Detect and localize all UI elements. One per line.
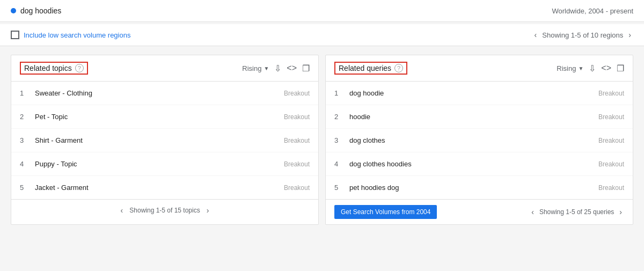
related-queries-rising-dropdown[interactable]: Rising ▼ [557,64,583,72]
row-number: 5 [20,184,31,192]
table-row: 3 dog clothes Breakout [326,129,633,152]
row-badge: Breakout [284,90,310,97]
row-number: 5 [334,184,345,192]
row-badge: Breakout [284,113,310,121]
row-number: 2 [334,113,345,121]
row-label: Pet - Topic [35,113,284,121]
row-number: 4 [20,160,31,168]
row-number: 2 [20,113,31,121]
regions-showing-text: Showing 1-5 of 10 regions [542,31,623,39]
related-queries-download-icon[interactable]: ⇩ [589,63,596,74]
related-topics-title-box: Related topics ? [20,62,88,75]
related-queries-embed-icon[interactable]: <> [601,63,611,73]
row-number: 3 [20,136,31,144]
row-number: 3 [334,136,345,144]
row-badge: Breakout [598,90,624,97]
related-topics-share-icon[interactable]: ❐ [302,63,310,74]
related-queries-panel: Related queries ? Rising ▼ ⇩ <> ❐ 1 dog … [325,55,633,225]
header-keyword: dog hoodies [20,6,61,15]
row-badge: Breakout [598,184,624,192]
table-row: 2 Pet - Topic Breakout [11,105,318,129]
row-label: pet hoodies dog [349,184,598,192]
low-volume-checkbox[interactable] [11,31,19,39]
row-number: 4 [334,160,345,168]
regions-next-arrow[interactable]: › [626,30,633,40]
queries-prev-arrow[interactable]: ‹ [529,207,536,217]
filter-bar: Include low search volume regions ‹ Show… [0,24,644,46]
table-row: 2 hoodie Breakout [326,105,633,129]
table-row: 1 dog hoodie Breakout [326,82,633,105]
row-number: 1 [20,89,31,97]
related-topics-rising-dropdown[interactable]: Rising ▼ [242,64,269,72]
row-label: hoodie [349,113,598,121]
related-topics-rows: 1 Sweater - Clothing Breakout 2 Pet - To… [11,82,318,199]
related-topics-panel: Related topics ? Rising ▼ ⇩ <> ❐ 1 Sweat… [11,55,319,225]
related-topics-footer: ‹ Showing 1-5 of 15 topics › [11,199,318,221]
low-volume-label: Include low search volume regions [24,31,130,39]
related-topics-title: Related topics [24,64,72,72]
related-topics-controls: Rising ▼ ⇩ <> ❐ [242,63,310,74]
row-label: Shirt - Garment [35,136,284,144]
table-row: 5 pet hoodies dog Breakout [326,176,633,199]
related-topics-header: Related topics ? Rising ▼ ⇩ <> ❐ [11,55,318,82]
related-queries-footer: Get Search Volumes from 2004 ‹ Showing 1… [326,199,633,224]
related-queries-share-icon[interactable]: ❐ [617,63,624,74]
row-label: Sweater - Clothing [35,89,284,97]
row-badge: Breakout [598,160,624,168]
table-row: 4 Puppy - Topic Breakout [11,152,318,176]
queries-dropdown-arrow: ▼ [578,65,583,71]
row-number: 1 [334,89,345,97]
table-row: 5 Jacket - Garment Breakout [11,176,318,199]
queries-rising-label: Rising [557,64,576,72]
row-badge: Breakout [284,184,310,192]
related-queries-controls: Rising ▼ ⇩ <> ❐ [557,63,624,74]
row-label: Jacket - Garment [35,184,284,192]
regions-prev-arrow[interactable]: ‹ [532,30,539,40]
row-label: dog clothes [349,136,598,144]
queries-footer-showing: ‹ Showing 1-5 of 25 queries › [529,207,624,217]
table-row: 1 Sweater - Clothing Breakout [11,82,318,105]
rising-dropdown-arrow: ▼ [264,65,269,71]
row-badge: Breakout [598,113,624,121]
related-topics-title-group: Related topics ? [20,62,88,75]
header-range: Worldwide, 2004 - present [552,7,633,15]
row-badge: Breakout [598,137,624,144]
blue-dot-icon [11,8,16,13]
low-volume-checkbox-label[interactable]: Include low search volume regions [11,31,130,39]
get-volumes-button[interactable]: Get Search Volumes from 2004 [334,205,437,219]
related-topics-embed-icon[interactable]: <> [287,63,297,73]
related-queries-help-icon[interactable]: ? [394,64,403,72]
header-left: dog hoodies [11,6,61,15]
table-row: 4 dog clothes hoodies Breakout [326,152,633,176]
row-label: dog hoodie [349,89,598,97]
row-badge: Breakout [284,160,310,168]
related-queries-title-box: Related queries ? [334,62,407,75]
related-topics-download-icon[interactable]: ⇩ [274,63,281,74]
related-queries-rows: 1 dog hoodie Breakout 2 hoodie Breakout … [326,82,633,199]
topics-prev-arrow[interactable]: ‹ [119,205,126,216]
rising-label: Rising [242,64,261,72]
related-topics-help-icon[interactable]: ? [75,64,84,72]
row-label: dog clothes hoodies [349,160,598,168]
related-queries-title-group: Related queries ? [334,62,407,75]
regions-pagination: ‹ Showing 1-5 of 10 regions › [532,30,633,40]
main-content: Related topics ? Rising ▼ ⇩ <> ❐ 1 Sweat… [0,46,644,233]
topics-footer-showing: Showing 1-5 of 15 topics [129,207,200,214]
table-row: 3 Shirt - Garment Breakout [11,129,318,152]
queries-next-arrow[interactable]: › [617,207,624,217]
row-label: Puppy - Topic [35,160,284,168]
header-bar: dog hoodies Worldwide, 2004 - present [0,0,644,22]
related-queries-title: Related queries [339,64,391,72]
related-queries-header: Related queries ? Rising ▼ ⇩ <> ❐ [326,55,633,82]
topics-next-arrow[interactable]: › [204,205,211,216]
row-badge: Breakout [284,137,310,144]
